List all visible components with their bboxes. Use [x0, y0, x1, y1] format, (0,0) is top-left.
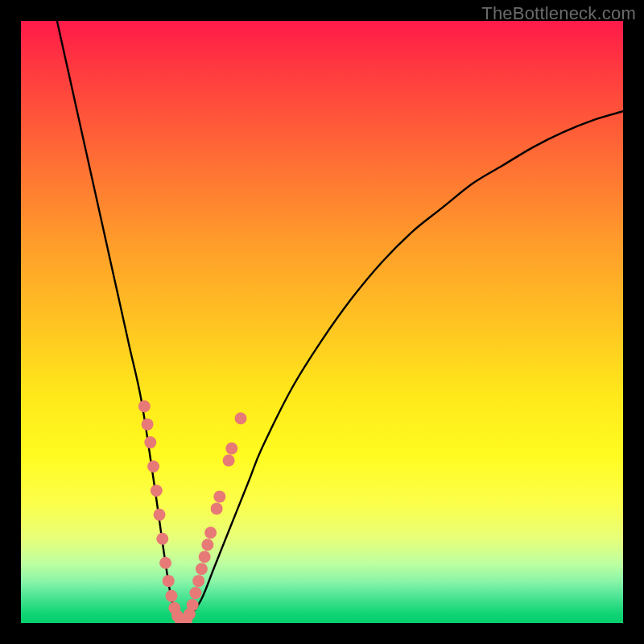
sample-point	[144, 436, 156, 448]
sample-point	[235, 412, 247, 424]
sample-point	[204, 526, 217, 539]
sample-point	[189, 587, 201, 599]
sample-point	[159, 557, 171, 569]
sample-point	[142, 419, 154, 431]
bottleneck-curve-path	[57, 21, 623, 623]
sample-points	[138, 400, 247, 623]
sample-point	[151, 485, 163, 497]
sample-point	[154, 509, 166, 521]
sample-point	[138, 400, 151, 412]
sample-point	[213, 490, 225, 502]
curve-layer	[21, 21, 623, 623]
sample-point	[225, 443, 237, 455]
sample-point	[196, 563, 208, 575]
sample-point	[223, 455, 235, 467]
chart-frame: TheBottleneck.com	[0, 0, 644, 644]
sample-point	[163, 575, 175, 587]
bottleneck-curve	[57, 21, 623, 623]
sample-point	[166, 590, 178, 602]
sample-point	[147, 460, 159, 473]
plot-area	[21, 21, 623, 623]
sample-point	[211, 502, 223, 514]
sample-point	[199, 551, 211, 563]
sample-point	[201, 539, 213, 551]
sample-point	[192, 575, 204, 587]
sample-point	[156, 533, 168, 545]
watermark-text: TheBottleneck.com	[481, 3, 636, 24]
sample-point	[187, 599, 199, 611]
